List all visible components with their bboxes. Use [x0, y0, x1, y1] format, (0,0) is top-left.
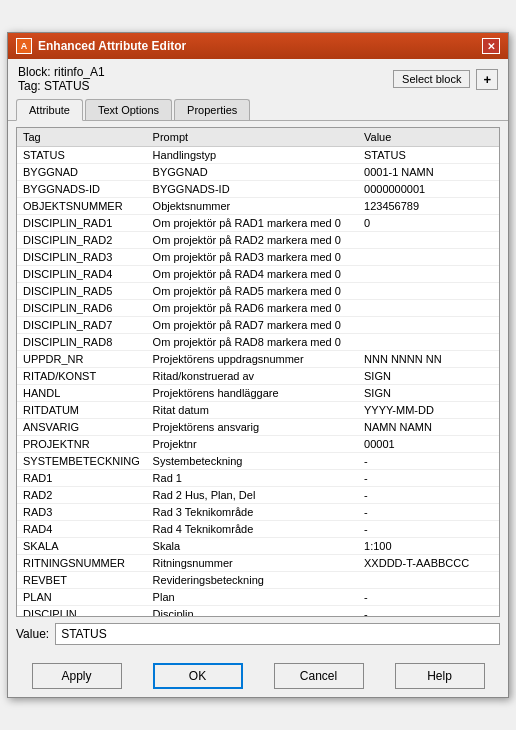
table-row[interactable]: OBJEKTSNUMMERObjektsnummer123456789: [17, 198, 499, 215]
cell-prompt: Om projektör på RAD8 markera med 0: [147, 334, 358, 351]
cell-prompt: Om projektör på RAD5 markera med 0: [147, 283, 358, 300]
cell-prompt: Projektnr: [147, 436, 358, 453]
cell-tag: DISCIPLIN_RAD2: [17, 232, 147, 249]
table-row[interactable]: DISCIPLIN_RAD4Om projektör på RAD4 marke…: [17, 266, 499, 283]
select-block-button[interactable]: Select block: [393, 70, 470, 88]
table-row[interactable]: DISCIPLIN_RAD2Om projektör på RAD2 marke…: [17, 232, 499, 249]
help-button[interactable]: Help: [395, 663, 485, 689]
cell-prompt: Om projektör på RAD7 markera med 0: [147, 317, 358, 334]
cell-value: [358, 266, 499, 283]
table-row[interactable]: PROJEKTNRProjektnr00001: [17, 436, 499, 453]
ok-button[interactable]: OK: [153, 663, 243, 689]
table-row[interactable]: HANDLProjektörens handläggareSIGN: [17, 385, 499, 402]
cell-prompt: Om projektör på RAD4 markera med 0: [147, 266, 358, 283]
main-content: Tag Prompt Value STATUSHandlingstypSTATU…: [8, 121, 508, 657]
table-row[interactable]: DISCIPLIN_RAD1Om projektör på RAD1 marke…: [17, 215, 499, 232]
cell-value: 123456789: [358, 198, 499, 215]
table-row[interactable]: SKALASkala1:100: [17, 538, 499, 555]
table-row[interactable]: DISCIPLIN_RAD5Om projektör på RAD5 marke…: [17, 283, 499, 300]
cell-value: [358, 334, 499, 351]
cell-value: SIGN: [358, 385, 499, 402]
cell-prompt: Objektsnummer: [147, 198, 358, 215]
table-row[interactable]: DISCIPLIN_RAD6Om projektör på RAD6 marke…: [17, 300, 499, 317]
block-label: Block: ritinfo_A1: [18, 65, 105, 79]
cell-value: 0001-1 NAMN: [358, 164, 499, 181]
close-button[interactable]: ✕: [482, 38, 500, 54]
table-row[interactable]: REVBETRevideringsbeteckning: [17, 572, 499, 589]
cell-prompt: Disciplin: [147, 606, 358, 618]
header-info: Block: ritinfo_A1 Tag: STATUS Select blo…: [8, 59, 508, 97]
table-row[interactable]: DISCIPLIN_RAD7Om projektör på RAD7 marke…: [17, 317, 499, 334]
cell-tag: UPPDR_NR: [17, 351, 147, 368]
buttons-row: Apply OK Cancel Help: [8, 657, 508, 697]
table-row[interactable]: DISCIPLIN_RAD8Om projektör på RAD8 marke…: [17, 334, 499, 351]
value-row: Value:: [16, 617, 500, 651]
table-row[interactable]: BYGGNADBYGGNAD0001-1 NAMN: [17, 164, 499, 181]
tab-attribute[interactable]: Attribute: [16, 99, 83, 121]
cell-value: -: [358, 470, 499, 487]
cell-value: NAMN NAMN: [358, 419, 499, 436]
cell-prompt: Revideringsbeteckning: [147, 572, 358, 589]
tab-text-options[interactable]: Text Options: [85, 99, 172, 120]
cell-value: [358, 249, 499, 266]
table-row[interactable]: RAD2Rad 2 Hus, Plan, Del-: [17, 487, 499, 504]
col-header-prompt: Prompt: [147, 128, 358, 147]
tab-bar: Attribute Text Options Properties: [8, 99, 508, 121]
cell-tag: DISCIPLIN: [17, 606, 147, 618]
cell-tag: RITNINGSNUMMER: [17, 555, 147, 572]
table-row[interactable]: DISCIPLIN_RAD3Om projektör på RAD3 marke…: [17, 249, 499, 266]
cell-prompt: Rad 2 Hus, Plan, Del: [147, 487, 358, 504]
table-header-row: Tag Prompt Value: [17, 128, 499, 147]
cell-tag: PROJEKTNR: [17, 436, 147, 453]
cell-prompt: Rad 1: [147, 470, 358, 487]
value-label: Value:: [16, 627, 49, 641]
cell-tag: BYGGNADS-ID: [17, 181, 147, 198]
cell-tag: STATUS: [17, 147, 147, 164]
tag-label: Tag: STATUS: [18, 79, 105, 93]
apply-button[interactable]: Apply: [32, 663, 122, 689]
table-row[interactable]: RAD3Rad 3 Teknikområde-: [17, 504, 499, 521]
cell-prompt: Om projektör på RAD1 markera med 0: [147, 215, 358, 232]
value-input[interactable]: [55, 623, 500, 645]
cell-value: [358, 572, 499, 589]
attribute-table-container[interactable]: Tag Prompt Value STATUSHandlingstypSTATU…: [16, 127, 500, 617]
cell-value: 0000000001: [358, 181, 499, 198]
col-header-value: Value: [358, 128, 499, 147]
table-row[interactable]: RITAD/KONSTRitad/konstruerad avSIGN: [17, 368, 499, 385]
add-button[interactable]: +: [476, 69, 498, 90]
tab-properties[interactable]: Properties: [174, 99, 250, 120]
cell-tag: PLAN: [17, 589, 147, 606]
cell-tag: DISCIPLIN_RAD1: [17, 215, 147, 232]
cell-prompt: Plan: [147, 589, 358, 606]
table-row[interactable]: STATUSHandlingstypSTATUS: [17, 147, 499, 164]
cell-prompt: BYGGNAD: [147, 164, 358, 181]
cell-tag: DISCIPLIN_RAD5: [17, 283, 147, 300]
header-info-right: Select block +: [393, 65, 498, 93]
title-controls: ✕: [482, 38, 500, 54]
cell-value: [358, 317, 499, 334]
table-row[interactable]: RAD1Rad 1-: [17, 470, 499, 487]
cell-tag: RITAD/KONST: [17, 368, 147, 385]
cell-prompt: Rad 3 Teknikområde: [147, 504, 358, 521]
table-row[interactable]: UPPDR_NRProjektörens uppdragsnummerNNN N…: [17, 351, 499, 368]
table-row[interactable]: RAD4Rad 4 Teknikområde-: [17, 521, 499, 538]
cell-value: 1:100: [358, 538, 499, 555]
title-bar-left: A Enhanced Attribute Editor: [16, 38, 186, 54]
cell-value: SIGN: [358, 368, 499, 385]
cell-tag: RAD4: [17, 521, 147, 538]
table-row[interactable]: RITNINGSNUMMERRitningsnummerXXDDD-T-AABB…: [17, 555, 499, 572]
cell-tag: ANSVARIG: [17, 419, 147, 436]
cell-prompt: Projektörens ansvarig: [147, 419, 358, 436]
table-row[interactable]: SYSTEMBETECKNINGSystembeteckning-: [17, 453, 499, 470]
cell-tag: DISCIPLIN_RAD6: [17, 300, 147, 317]
table-row[interactable]: RITDATUMRitat datumYYYY-MM-DD: [17, 402, 499, 419]
cell-value: [358, 232, 499, 249]
table-row[interactable]: BYGGNADS-IDBYGGNADS-ID0000000001: [17, 181, 499, 198]
cell-value: XXDDD-T-AABBCCC: [358, 555, 499, 572]
cell-tag: DISCIPLIN_RAD8: [17, 334, 147, 351]
table-row[interactable]: DISCIPLINDisciplin-: [17, 606, 499, 618]
table-row[interactable]: PLANPlan-: [17, 589, 499, 606]
table-row[interactable]: ANSVARIGProjektörens ansvarigNAMN NAMN: [17, 419, 499, 436]
cell-prompt: Ritningsnummer: [147, 555, 358, 572]
cancel-button[interactable]: Cancel: [274, 663, 364, 689]
